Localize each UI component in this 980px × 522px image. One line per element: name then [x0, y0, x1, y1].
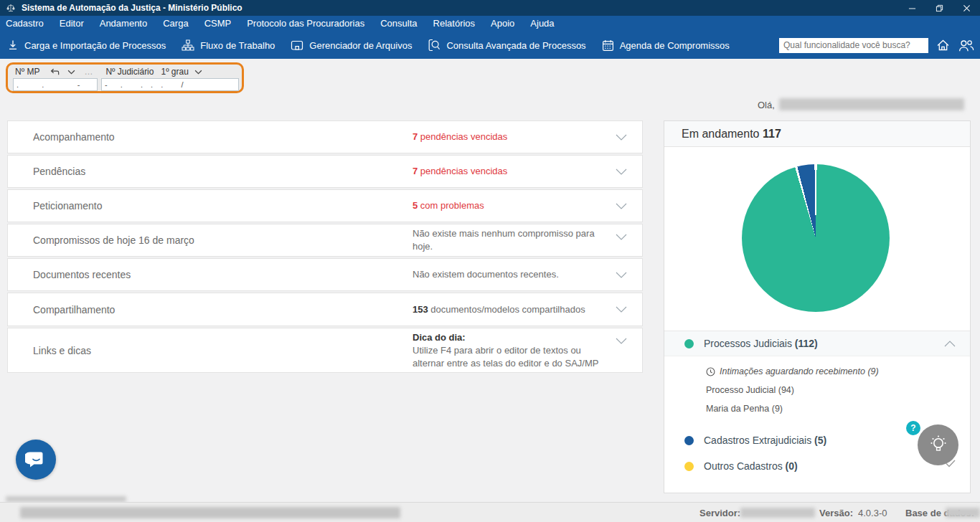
fluxo-trabalho-button[interactable]: Fluxo de Trabalho	[182, 39, 275, 51]
panel-title: Em andamento 117	[664, 121, 970, 147]
legend-dot-green	[684, 339, 694, 348]
sublegend-processo-judicial[interactable]: Processo Judicial (94)	[706, 385, 794, 395]
accordion-acompanhamento[interactable]: Acompanhamento 7 pendências vencidas	[7, 120, 643, 153]
menu-andamento[interactable]: Andamento	[92, 16, 156, 32]
chevron-down-icon[interactable]	[600, 306, 642, 313]
undo-arrow-icon[interactable]	[50, 67, 60, 76]
clock-icon	[706, 367, 715, 376]
version-label: Versão:	[819, 508, 853, 518]
status-text: 153 documentos/modelos compartilhados	[413, 303, 600, 316]
chat-button[interactable]	[16, 440, 56, 480]
user-name-redacted	[779, 98, 964, 110]
users-icon[interactable]	[958, 39, 974, 52]
menu-editor[interactable]: Editor	[52, 16, 92, 32]
close-icon[interactable]	[953, 0, 980, 16]
sublegend-intimacoes[interactable]: Intimações aguardando recebimento (9)	[706, 366, 879, 376]
accordion-compromissos-hoje[interactable]: Compromissos de hoje 16 de março Não exi…	[7, 224, 643, 257]
restore-icon[interactable]	[925, 0, 953, 16]
chevron-down-icon[interactable]	[600, 134, 642, 141]
lightbulb-icon	[926, 433, 951, 457]
legend-dot-yellow	[684, 462, 694, 471]
agenda-compromissos-button[interactable]: Agenda de Compromissos	[602, 39, 730, 52]
legend-dot-blue	[684, 436, 694, 445]
version-value: 4.0.3-0	[858, 508, 887, 518]
judicial-number-label: Nº Judiciário	[105, 67, 154, 77]
mp-number-label: Nº MP	[15, 67, 39, 77]
download-icon	[7, 39, 19, 51]
menu-protocolo[interactable]: Protocolo das Procuradorias	[239, 16, 372, 32]
status-badge: 7 pendências vencidas	[413, 165, 600, 178]
accordion-links-dicas[interactable]: Links e dicas Dica do dia:Utilize F4 par…	[7, 328, 643, 373]
judicial-degree-value[interactable]: 1º grau	[161, 67, 188, 77]
accordion-peticionamento[interactable]: Peticionamento 5 com problemas	[7, 189, 643, 222]
chevron-down-icon[interactable]	[600, 338, 642, 344]
mp-number-input[interactable]	[13, 78, 98, 91]
sublegend-maria-da-penha[interactable]: Maria da Penha (9)	[706, 404, 783, 414]
help-badge[interactable]: ?	[906, 421, 920, 435]
server-label: Servidor:	[699, 508, 740, 518]
status-badge: 7 pendências vencidas	[413, 130, 600, 143]
menu-bar: Cadastro Editor Andamento Carga CSMP Pro…	[0, 16, 980, 32]
functionality-search-input[interactable]	[779, 38, 928, 53]
title-bar: Sistema de Automação da Justiça - Minist…	[0, 0, 980, 16]
database-value-redacted	[946, 508, 980, 518]
workflow-icon	[182, 39, 194, 51]
chevron-up-icon[interactable]	[944, 341, 956, 347]
advanced-search-icon	[428, 39, 440, 52]
consulta-avancada-button[interactable]: Consulta Avançada de Processos	[428, 39, 585, 52]
process-number-search-highlight: Nº MP … Nº Judiciário 1º grau	[6, 62, 244, 93]
judicial-number-input[interactable]	[101, 78, 239, 91]
accordion-compartilhamento[interactable]: Compartilhamento 153 documentos/modelos …	[7, 293, 643, 326]
accordion-pendencias[interactable]: Pendências 7 pendências vencidas	[7, 155, 643, 188]
chevron-down-icon[interactable]	[600, 203, 642, 209]
dashboard-accordion-list: Acompanhamento 7 pendências vencidas Pen…	[7, 120, 643, 373]
menu-relatorios[interactable]: Relatórios	[425, 16, 484, 32]
pie-chart[interactable]	[742, 164, 890, 312]
minimize-icon[interactable]	[898, 0, 925, 16]
check-icon	[946, 460, 956, 468]
chat-bubble-icon	[25, 449, 47, 470]
chevron-down-icon[interactable]	[600, 169, 642, 175]
chevron-down-icon[interactable]	[194, 70, 202, 75]
status-text: Não existe mais nenhum compromisso para …	[413, 227, 600, 253]
server-value-redacted	[740, 508, 815, 518]
legend-processos-judiciais[interactable]: Processos Judiciais (112)	[664, 331, 970, 356]
chevron-down-icon[interactable]	[67, 70, 75, 75]
justice-scales-icon	[6, 3, 16, 13]
home-icon[interactable]	[936, 38, 951, 52]
greeting-label: Olá,	[758, 100, 775, 110]
redacted-text	[6, 496, 126, 502]
menu-carga[interactable]: Carga	[155, 16, 196, 32]
menu-csmp[interactable]: CSMP	[197, 16, 240, 32]
chevron-down-icon[interactable]	[600, 234, 642, 240]
menu-cadastro[interactable]: Cadastro	[6, 16, 52, 32]
ellipsis-button[interactable]: …	[84, 67, 93, 77]
status-badge: 5 com problemas	[413, 199, 600, 212]
file-manager-icon	[291, 40, 303, 51]
calendar-icon	[602, 39, 614, 52]
accordion-documentos-recentes[interactable]: Documentos recentes Não existem document…	[7, 258, 643, 291]
window-title: Sistema de Automação da Justiça - Minist…	[22, 3, 242, 13]
menu-ajuda[interactable]: Ajuda	[522, 16, 562, 32]
menu-consulta[interactable]: Consulta	[372, 16, 425, 32]
toolbar: Carga e Importação de Processos Fluxo de…	[0, 32, 980, 59]
menu-apoio[interactable]: Apoio	[483, 16, 522, 32]
carga-importacao-button[interactable]: Carga e Importação de Processos	[7, 39, 166, 51]
redacted-base-info	[20, 507, 400, 518]
legend-outros-cadastros[interactable]: Outros Cadastros (0)	[664, 458, 970, 474]
gerenciador-arquivos-button[interactable]: Gerenciador de Arquivos	[291, 40, 412, 51]
status-bar: Servidor: Versão: 4.0.3-0 Base de dados:	[0, 502, 980, 522]
status-text: Não existem documentos recentes.	[413, 268, 600, 281]
tip-of-the-day: Dica do dia:Utilize F4 para abrir o edit…	[413, 331, 600, 370]
chevron-down-icon[interactable]	[600, 272, 642, 278]
panel-total-count: 117	[763, 128, 781, 140]
